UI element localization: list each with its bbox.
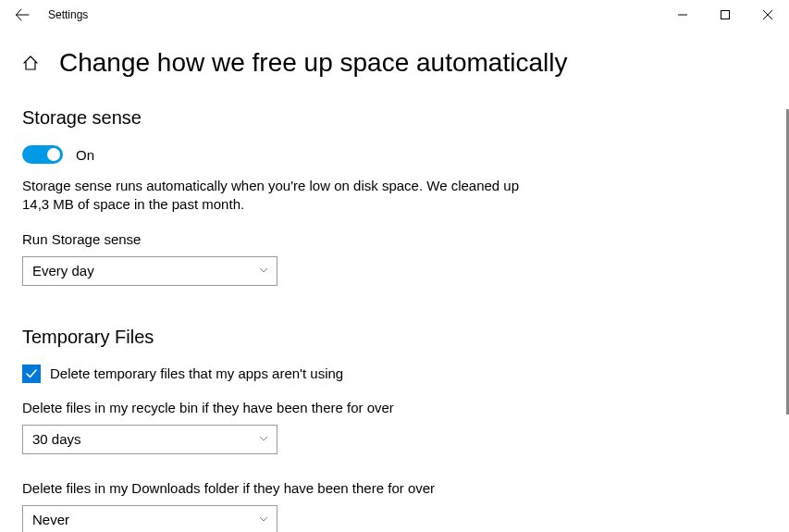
page-header: Change how we free up space automaticall… (22, 48, 767, 78)
temporary-files-heading: Temporary Files (22, 327, 767, 348)
run-storage-sense-select[interactable]: Every day (22, 256, 277, 286)
window-title: Settings (35, 8, 88, 21)
close-button[interactable] (746, 0, 789, 30)
check-icon (25, 367, 38, 380)
window-controls (661, 0, 789, 30)
downloads-value: Never (32, 512, 69, 527)
storage-sense-toggle[interactable] (22, 145, 63, 164)
chevron-down-icon (258, 512, 269, 527)
maximize-button[interactable] (704, 0, 746, 30)
minimize-button[interactable] (661, 0, 704, 30)
run-storage-sense-value: Every day (32, 263, 94, 278)
title-bar: Settings (0, 0, 789, 30)
page-title: Change how we free up space automaticall… (59, 48, 567, 78)
downloads-field: Delete files in my Downloads folder if t… (22, 480, 767, 533)
home-icon[interactable] (22, 55, 39, 71)
recycle-bin-field: Delete files in my recycle bin if they h… (22, 400, 767, 454)
maximize-icon (721, 10, 730, 19)
content-area: Change how we free up space automaticall… (0, 30, 789, 532)
storage-sense-toggle-row: On (22, 145, 767, 164)
recycle-bin-label: Delete files in my recycle bin if they h… (22, 400, 767, 415)
arrow-left-icon (15, 7, 30, 22)
delete-temp-checkbox[interactable] (22, 365, 41, 383)
svg-rect-0 (721, 11, 730, 19)
run-storage-sense-label: Run Storage sense (22, 231, 767, 247)
recycle-bin-value: 30 days (32, 431, 81, 447)
title-bar-left: Settings (9, 2, 88, 28)
toggle-knob (47, 148, 60, 161)
toggle-state-label: On (76, 147, 94, 163)
minimize-icon (678, 10, 687, 19)
chevron-down-icon (258, 263, 269, 278)
downloads-select[interactable]: Never (22, 505, 277, 533)
delete-temp-label: Delete temporary files that my apps aren… (50, 365, 343, 381)
downloads-label: Delete files in my Downloads folder if t… (22, 480, 767, 496)
storage-sense-heading: Storage sense (22, 107, 767, 129)
storage-sense-info: Storage sense runs automatically when yo… (22, 177, 522, 215)
chevron-down-icon (258, 431, 269, 447)
delete-temp-row: Delete temporary files that my apps aren… (22, 365, 767, 383)
close-icon (763, 10, 772, 19)
back-button[interactable] (9, 2, 35, 28)
recycle-bin-select[interactable]: 30 days (22, 425, 277, 454)
